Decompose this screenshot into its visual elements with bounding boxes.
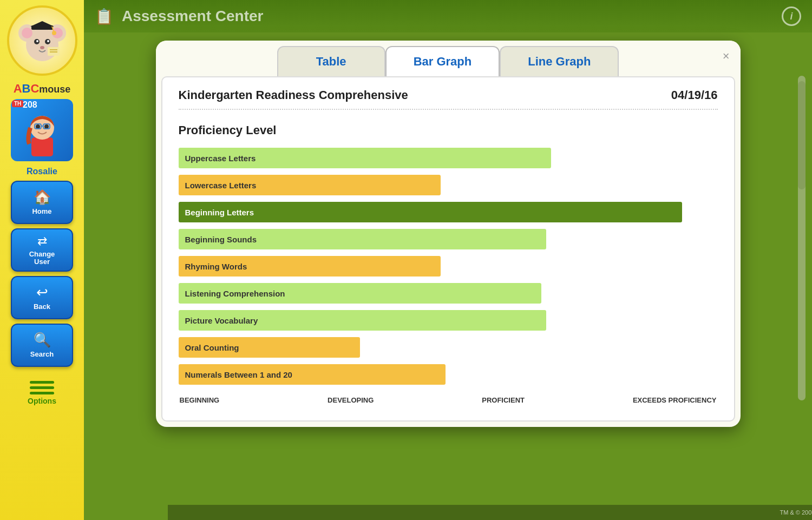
change-user-label: ChangeUser: [29, 251, 55, 266]
footer: TM & © 2007–2016 Age of Learning, Inc.: [168, 505, 812, 520]
change-user-button[interactable]: ⇄ ChangeUser: [11, 228, 73, 272]
svg-rect-14: [48, 47, 60, 56]
svg-marker-11: [30, 21, 54, 27]
bar-fill-numerals: Numerals Between 1 and 20: [179, 364, 446, 385]
x-axis: BEGINNINGDEVELOPINGPROFICIENTEXCEEDS PRO…: [179, 396, 718, 404]
tabs-container: Table Bar Graph Line Graph: [156, 41, 741, 76]
bar-fill-beginning-letters: Beginning Letters: [179, 202, 682, 222]
change-user-icon: ⇄: [37, 234, 47, 248]
info-button[interactable]: i: [782, 6, 801, 26]
modal-close-button[interactable]: ×: [723, 50, 730, 62]
bar-row: Oral Counting: [179, 337, 718, 358]
modal-overlay: × Table Bar Graph Line Graph Kindergarte…: [84, 32, 812, 520]
bar-fill-rhyming-words: Rhyming Words: [179, 256, 441, 277]
topbar: 📋 Assessment Center i: [84, 0, 812, 32]
options-button[interactable]: Options: [11, 374, 73, 412]
modal-content: Kindergarten Readiness Comprehensive 04/…: [161, 76, 735, 422]
assessment-header: Kindergarten Readiness Comprehensive 04/…: [179, 88, 718, 110]
bar-row: Rhyming Words: [179, 255, 718, 277]
back-icon: ↩: [36, 284, 48, 301]
topbar-icon: 📋: [95, 8, 114, 25]
home-button[interactable]: 🏠 Home: [11, 181, 73, 224]
bar-row: Listening Comprehension: [179, 282, 718, 304]
svg-point-20: [44, 124, 49, 129]
main-area: 📋 Assessment Center i × Table Bar Graph …: [84, 0, 812, 520]
section-title: Proficiency Level: [179, 123, 718, 137]
logo-c: C: [30, 82, 39, 95]
modal: × Table Bar Graph Line Graph Kindergarte…: [156, 41, 741, 427]
home-label: Home: [32, 208, 51, 215]
bar-fill-lowercase: Lowercase Letters: [179, 175, 441, 195]
logo-b: B: [22, 82, 31, 95]
bar-row: Numerals Between 1 and 20: [179, 364, 718, 385]
assessment-title: Kindergarten Readiness Comprehensive: [179, 88, 408, 102]
svg-rect-17: [31, 137, 53, 156]
svg-point-13: [52, 31, 56, 35]
back-button[interactable]: ↩ Back: [11, 276, 73, 319]
bar-fill-uppercase: Uppercase Letters: [179, 148, 551, 168]
user-character: [21, 111, 64, 160]
bar-fill-oral-counting: Oral Counting: [179, 337, 360, 358]
bar-fill-picture-vocab: Picture Vocabulary: [179, 310, 546, 331]
svg-point-9: [40, 46, 44, 49]
tab-table[interactable]: Table: [277, 46, 385, 76]
user-name: Rosalie: [27, 167, 57, 176]
search-label: Search: [30, 351, 54, 358]
search-icon: 🔍: [34, 332, 51, 348]
sidebar: ABCABCmousemouse TH 208 Rosalie 🏠: [0, 0, 84, 520]
x-axis-label: PROFICIENT: [482, 396, 525, 404]
user-badge: TH: [12, 100, 23, 107]
bar-row: Lowercase Letters: [179, 174, 718, 196]
home-icon: 🏠: [34, 189, 51, 206]
bar-row: Uppercase Letters: [179, 147, 718, 169]
user-avatar[interactable]: TH 208: [11, 99, 73, 161]
abcmouse-logo: [15, 14, 69, 68]
bar-row: Picture Vocabulary: [179, 310, 718, 331]
search-button[interactable]: 🔍 Search: [11, 324, 73, 367]
footer-copyright: TM & © 2007–2016 Age of Learning, Inc.: [780, 509, 812, 516]
x-axis-label: EXCEEDS PROFICIENCY: [633, 396, 717, 404]
user-points: 208: [23, 100, 37, 110]
logo-text: ABCABCmousemouse: [14, 83, 71, 95]
x-axis-label: BEGINNING: [180, 396, 220, 404]
bar-chart: Uppercase LettersLowercase LettersBeginn…: [179, 147, 718, 385]
svg-point-19: [36, 124, 40, 129]
x-axis-label: DEVELOPING: [328, 396, 374, 404]
topbar-title: Assessment Center: [122, 8, 263, 25]
back-label: Back: [34, 303, 50, 311]
bar-row: Beginning Letters: [179, 201, 718, 223]
svg-point-8: [47, 40, 49, 42]
svg-point-3: [22, 28, 32, 38]
assessment-date: 04/19/16: [671, 88, 718, 102]
tab-bar-graph[interactable]: Bar Graph: [385, 46, 500, 76]
logo-a: A: [14, 82, 22, 95]
logo-container: [7, 5, 77, 76]
bar-fill-beginning-sounds: Beginning Sounds: [179, 229, 546, 249]
hamburger-icon: [30, 381, 54, 394]
tab-line-graph[interactable]: Line Graph: [500, 46, 619, 76]
svg-point-7: [36, 40, 38, 42]
bar-row: Beginning Sounds: [179, 228, 718, 250]
options-label: Options: [28, 397, 56, 405]
bar-fill-listening-comp: Listening Comprehension: [179, 283, 541, 304]
